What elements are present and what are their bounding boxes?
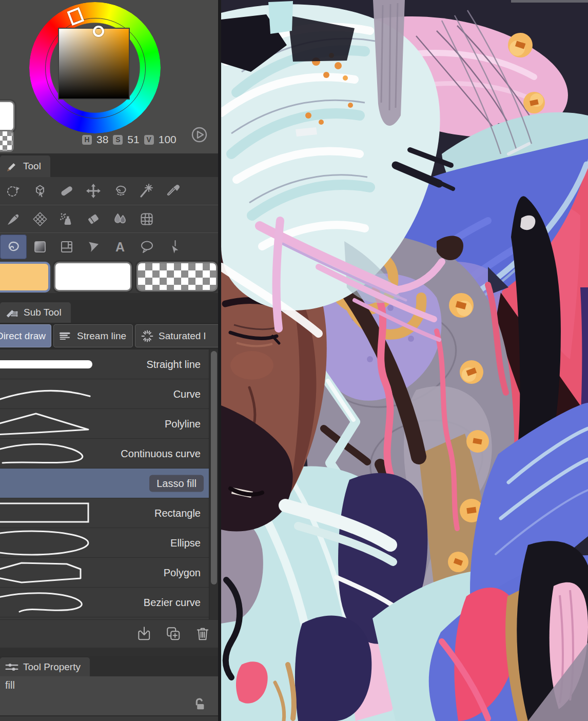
tool-magic-wand[interactable] [133, 179, 160, 203]
subtool-item-bezier-curve[interactable]: Bezier curve [0, 588, 209, 617]
frame-border-icon [59, 239, 74, 255]
curve-preview [0, 379, 113, 409]
lasso-icon [112, 183, 128, 199]
subtool-item-straight-line[interactable]: Straight line [0, 349, 209, 379]
airbrush-icon [59, 211, 74, 227]
color-wheel[interactable] [29, 2, 161, 133]
sub-color-swatch-large[interactable] [54, 262, 132, 291]
tool-pattern-brush[interactable] [27, 207, 53, 231]
saturation-value: 51 [127, 133, 139, 146]
stream-line-icon [59, 329, 72, 343]
tool-brush[interactable] [0, 207, 27, 231]
subtool-scrollbar-thumb[interactable] [211, 351, 217, 584]
blend-drops-icon [112, 211, 128, 227]
group-tab-saturated-line[interactable]: Saturated l [135, 324, 218, 347]
tab-tool-property-label: Tool Property [23, 661, 81, 673]
crosshatch-icon [32, 211, 48, 227]
subtool-item-polyline[interactable]: Polyline [0, 409, 209, 439]
polyline-preview [0, 409, 113, 439]
hsv-readout: H 38 S 51 V 100 [82, 131, 185, 148]
subtool-list: Straight line Curve Polyline Continuous … [0, 349, 218, 619]
transparent-color-swatch[interactable] [0, 130, 14, 152]
tool-figure[interactable] [0, 235, 27, 259]
tool-blend[interactable] [107, 207, 133, 231]
magic-wand-icon [139, 183, 154, 199]
subtool-item-continuous-curve[interactable]: Continuous curve [0, 439, 209, 469]
subtool-group-tabs: Direct draw Stream line [0, 323, 218, 349]
eyedropper-icon [166, 183, 181, 199]
tool-property-body: fill [0, 676, 218, 715]
tool-frame-border[interactable] [53, 235, 80, 259]
sliders-icon [5, 660, 18, 674]
tab-tool-label: Tool [23, 161, 41, 172]
tool-marquee-select[interactable] [0, 179, 27, 203]
polyline-fill-icon [86, 239, 101, 255]
subtool-item-polygon[interactable]: Polygon [0, 558, 209, 588]
hue-badge: H [82, 135, 92, 145]
tool-tabbar: Tool [0, 153, 218, 177]
tool-lasso[interactable] [107, 179, 133, 203]
rectangle-preview [0, 498, 113, 528]
subtool-actions [0, 619, 218, 648]
saturation-badge: S [113, 135, 123, 145]
clip-studio-window: H 38 S 51 V 100 Tool [0, 0, 588, 721]
group-tab-direct-draw[interactable]: Direct draw [0, 324, 51, 347]
tab-tool-property[interactable]: Tool Property [0, 657, 90, 676]
subtool-item-lasso-fill[interactable]: Lasso fill [0, 469, 209, 498]
object-cube-icon [32, 183, 48, 199]
main-color-swatch[interactable] [0, 262, 50, 293]
tool-line-correct[interactable] [160, 235, 187, 259]
tool-gradient[interactable] [27, 235, 53, 259]
text-icon: A [112, 239, 128, 255]
tool-polyline-fill[interactable] [80, 235, 107, 259]
hue-value: 38 [96, 133, 108, 146]
value-value: 100 [159, 133, 177, 146]
subtool-item-ellipse[interactable]: Ellipse [0, 528, 209, 558]
tool-move[interactable] [80, 179, 107, 203]
saturated-line-icon [141, 329, 154, 343]
duplicate-subtool-icon[interactable] [165, 626, 182, 642]
bezier-curve-preview [0, 588, 113, 617]
figure-lasso-icon [6, 239, 21, 255]
delete-subtool-icon[interactable] [194, 626, 211, 642]
value-badge: V [144, 135, 154, 145]
subtool-tabbar: Sub Tool [0, 300, 218, 323]
transparent-swatch-large[interactable] [136, 262, 218, 291]
sv-indicator[interactable] [93, 26, 104, 37]
subtool-pen-list-icon [5, 306, 19, 320]
color-slider-toggle-icon[interactable] [191, 126, 208, 143]
group-tab-stream-line[interactable]: Stream line [53, 324, 133, 347]
polygon-preview [0, 558, 113, 588]
tool-text[interactable]: A [107, 235, 133, 259]
sub-color-swatch[interactable] [0, 101, 15, 132]
import-subtool-icon[interactable] [136, 626, 152, 642]
continuous-curve-preview [0, 439, 113, 469]
brush-icon [6, 211, 21, 227]
tool-property-tabbar: Tool Property [0, 656, 218, 676]
left-panel: H 38 S 51 V 100 Tool [0, 0, 218, 721]
canvas-artwork [221, 0, 588, 721]
tool-balloon[interactable] [133, 235, 160, 259]
color-wheel-panel: H 38 S 51 V 100 [0, 0, 218, 154]
tool-liquify[interactable] [133, 207, 160, 231]
canvas-area[interactable] [218, 0, 588, 721]
subtool-item-curve[interactable]: Curve [0, 379, 209, 409]
tab-subtool[interactable]: Sub Tool [0, 302, 71, 323]
saturation-value-square[interactable] [59, 29, 129, 99]
tool-object[interactable] [27, 179, 53, 203]
capsule-icon [59, 183, 74, 199]
tool-grid: A [0, 177, 218, 260]
tool-airbrush[interactable] [53, 207, 80, 231]
drawing-color-swatches [0, 260, 218, 293]
speech-balloon-icon [139, 239, 154, 255]
move-arrows-icon [86, 183, 101, 199]
subtool-scrollbar[interactable] [209, 349, 218, 619]
subtool-item-rectangle[interactable]: Rectangle [0, 498, 209, 528]
tool-eyedropper[interactable] [160, 179, 187, 203]
tab-tool[interactable]: Tool [0, 155, 50, 177]
liquify-grid-icon [139, 211, 154, 227]
unlock-icon[interactable] [191, 696, 207, 711]
marquee-select-icon [6, 183, 21, 199]
tool-layer-move[interactable] [53, 179, 80, 203]
tool-eraser[interactable] [80, 207, 107, 231]
